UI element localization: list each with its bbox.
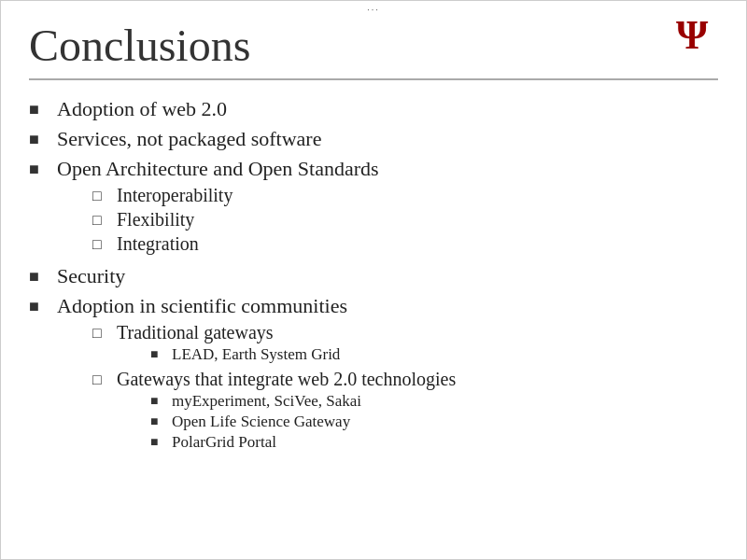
deep-list: ■ LEAD, Earth System Grid	[117, 345, 340, 364]
iu-logo: Ψ	[676, 15, 723, 66]
list-item: ■ myExperiment, SciVee, Sakai	[150, 392, 456, 411]
bullet3-icon: ■	[150, 414, 167, 429]
item-text: Services, not packaged software	[57, 127, 321, 151]
sub-item-with-children: Gateways that integrate web 2.0 technolo…	[117, 369, 456, 454]
slide-content: ■ Adoption of web 2.0 ■ Services, not pa…	[29, 97, 718, 457]
item-with-children: Adoption in scientific communities □ Tra…	[57, 294, 456, 457]
item-text: myExperiment, SciVee, Sakai	[172, 392, 361, 411]
bullet-icon: ■	[29, 267, 49, 287]
item-text: PolarGrid Portal	[172, 433, 276, 452]
bullet-icon: ■	[29, 297, 49, 316]
item-text: Adoption of web 2.0	[57, 97, 227, 121]
bullet-icon: ■	[29, 160, 49, 179]
bullet3-icon: ■	[150, 347, 167, 362]
item-text: Traditional gateways	[117, 322, 274, 343]
sub-list: □ Traditional gateways ■ LEAD, Earth Sys…	[57, 322, 456, 454]
item-text: Integration	[117, 233, 199, 255]
list-item: □ Flexibility	[92, 209, 379, 231]
deep-list: ■ myExperiment, SciVee, Sakai ■ Open Lif…	[117, 392, 456, 452]
item-text: Open Life Science Gateway	[172, 413, 350, 431]
slide-title: Conclusions	[29, 20, 718, 80]
top-dots: ···	[367, 5, 380, 15]
list-item: ■ Adoption in scientific communities □ T…	[29, 294, 718, 457]
list-item: □ Integration	[92, 233, 379, 255]
list-item: ■ LEAD, Earth System Grid	[150, 345, 340, 364]
sub-list: □ Interoperability □ Flexibility □ Integ…	[57, 185, 379, 255]
item-text: Gateways that integrate web 2.0 technolo…	[117, 369, 456, 389]
bullet-icon: ■	[29, 100, 49, 119]
bullet2-icon: □	[92, 371, 111, 388]
bullet2-icon: □	[92, 236, 111, 253]
bullet-icon: ■	[29, 130, 49, 149]
bullet2-icon: □	[92, 212, 111, 229]
slide: ··· Ψ Conclusions ■ Adoption of web 2.0 …	[0, 0, 747, 560]
item-with-children: Open Architecture and Open Standards □ I…	[57, 157, 379, 259]
list-item: ■ Adoption of web 2.0	[29, 97, 718, 121]
item-text: LEAD, Earth System Grid	[172, 345, 340, 364]
item-text: Security	[57, 264, 125, 288]
item-text: Interoperability	[117, 185, 233, 206]
list-item: □ Gateways that integrate web 2.0 techno…	[92, 369, 456, 454]
main-list: ■ Adoption of web 2.0 ■ Services, not pa…	[29, 97, 718, 457]
bullet3-icon: ■	[150, 394, 167, 409]
list-item: ■ Open Life Science Gateway	[150, 413, 456, 431]
bullet2-icon: □	[92, 188, 111, 204]
list-item: ■ PolarGrid Portal	[150, 433, 456, 452]
item-text: Open Architecture and Open Standards	[57, 157, 379, 180]
list-item: □ Interoperability	[92, 185, 379, 206]
item-text: Flexibility	[117, 209, 194, 231]
list-item: ■ Security	[29, 264, 718, 288]
list-item: ■ Services, not packaged software	[29, 127, 718, 151]
bullet2-icon: □	[92, 325, 111, 342]
list-item: □ Traditional gateways ■ LEAD, Earth Sys…	[92, 322, 456, 366]
bullet3-icon: ■	[150, 435, 167, 450]
list-item: ■ Open Architecture and Open Standards □…	[29, 157, 718, 259]
sub-item-with-children: Traditional gateways ■ LEAD, Earth Syste…	[117, 322, 340, 366]
item-text: Adoption in scientific communities	[57, 294, 347, 317]
